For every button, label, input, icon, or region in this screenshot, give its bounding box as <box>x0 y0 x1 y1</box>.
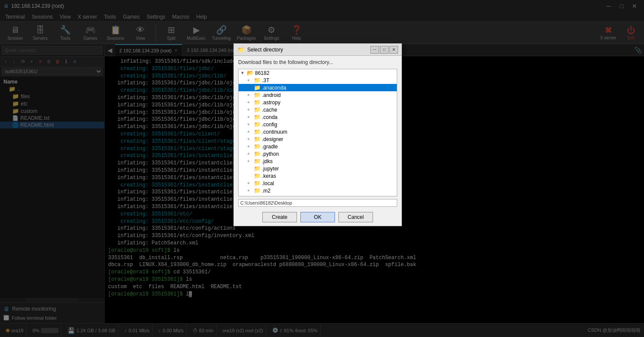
expand-icon[interactable]: + <box>247 122 252 127</box>
expand-icon[interactable]: + <box>247 159 252 164</box>
folder-icon: 📁 <box>254 106 261 113</box>
dialog-tree-item-conda[interactable]: + 📁 .conda <box>239 113 397 121</box>
folder-icon: 📂 <box>247 70 254 76</box>
dialog-item-label: .cache <box>262 107 277 113</box>
dialog-title-icon: 📁 <box>237 46 245 53</box>
dialog-item-label: .anaconda <box>262 85 286 91</box>
dialog-win-controls: ─ □ ✕ <box>370 46 398 54</box>
folder-icon: 📁 <box>254 77 261 83</box>
dialog-buttons: Create OK Cancel <box>234 209 402 226</box>
dialog-current-path: C:\Users\86182\Desktop <box>238 199 397 207</box>
folder-icon: 📁 <box>254 143 261 150</box>
dialog-tree-item-keras[interactable]: 📁 .keras <box>239 172 397 180</box>
folder-icon: 📁 <box>254 136 261 142</box>
dialog-item-label: .local <box>262 180 274 186</box>
dialog-tree-item-config[interactable]: + 📁 .config <box>239 121 397 128</box>
dialog-tree-item-astropy[interactable]: + 📁 .astropy <box>239 99 397 106</box>
expand-icon[interactable]: + <box>247 144 252 149</box>
dialog-item-label: .3T <box>262 77 269 83</box>
expand-icon[interactable]: + <box>247 93 252 97</box>
dialog-tree-item-matplotlib[interactable]: 📁 .matplotlib <box>239 194 397 196</box>
dialog-item-label: .m2 <box>262 188 271 194</box>
folder-icon: 📁 <box>254 151 261 157</box>
dialog-item-label: .jdks <box>262 158 273 164</box>
folder-icon: 📁 <box>254 128 261 135</box>
dialog-tree-item-m2[interactable]: + 📁 .m2 <box>239 187 397 194</box>
folder-icon: 📁 <box>254 173 261 179</box>
dialog-item-label: .astropy <box>262 99 281 106</box>
folder-icon: 📁 <box>254 195 261 196</box>
dialog-maximize-button[interactable]: □ <box>380 46 389 54</box>
folder-icon: 📁 <box>254 114 261 120</box>
dialog-tree-item-3t[interactable]: + 📁 .3T <box>239 77 397 84</box>
create-folder-button[interactable]: Create <box>262 212 297 222</box>
dialog-item-label: .continuum <box>262 129 287 135</box>
dialog-tree-item-root[interactable]: ▼ 📂 86182 <box>239 69 397 77</box>
dialog-tree-item-local[interactable]: + 📁 .local <box>239 180 397 187</box>
dialog-item-label: 86182 <box>255 70 269 76</box>
dialog-close-button[interactable]: ✕ <box>389 46 398 54</box>
folder-icon: 📁 <box>254 84 261 91</box>
dialog-tree-item-anaconda[interactable]: + 📁 .anaconda <box>239 84 397 91</box>
dialog-tree-item-android[interactable]: + 📁 .android <box>239 91 397 99</box>
dialog-item-label: .jupyter <box>262 166 279 172</box>
dialog-description: Download files to the following director… <box>234 56 402 69</box>
dialog-tree-item-cache[interactable]: + 📁 .cache <box>239 106 397 113</box>
expand-icon[interactable]: ▼ <box>240 71 245 75</box>
dialog-item-label: .conda <box>262 114 277 120</box>
dialog-tree-item-designer[interactable]: + 📁 .designer <box>239 135 397 143</box>
dialog-tree[interactable]: ▼ 📂 86182 + 📁 .3T + 📁 .anaconda + 📁 .and… <box>238 69 397 196</box>
folder-icon: 📁 <box>254 99 261 106</box>
expand-icon[interactable]: + <box>247 85 252 90</box>
expand-icon[interactable]: + <box>247 137 252 141</box>
dialog-minimize-button[interactable]: ─ <box>370 46 379 54</box>
dialog-item-label: .android <box>262 92 281 98</box>
cancel-button[interactable]: Cancel <box>338 212 373 222</box>
dialog-item-label: .python <box>262 151 279 157</box>
dialog-tree-item-continuum[interactable]: + 📁 .continuum <box>239 128 397 135</box>
dialog-item-label: .gradle <box>262 144 278 150</box>
dialog-item-label: .config <box>262 122 277 128</box>
folder-icon: 📁 <box>254 165 261 172</box>
dialog-tree-item-jdks[interactable]: + 📁 .jdks <box>239 157 397 165</box>
expand-icon[interactable]: + <box>247 78 252 83</box>
dialog-title: Select directory <box>247 47 370 53</box>
expand-icon[interactable]: + <box>247 129 252 134</box>
folder-icon: 📁 <box>254 180 261 186</box>
dialog-item-label: .matplotlib <box>262 195 286 197</box>
dialog-item-label: .designer <box>262 136 283 142</box>
dialog-item-label: .keras <box>262 173 276 179</box>
ok-button[interactable]: OK <box>300 212 335 222</box>
select-directory-dialog: 📁 Select directory ─ □ ✕ Download files … <box>233 43 402 226</box>
expand-icon[interactable]: + <box>247 181 252 186</box>
dialog-titlebar: 📁 Select directory ─ □ ✕ <box>234 44 402 56</box>
folder-icon: 📁 <box>254 158 261 164</box>
dialog-tree-item-python[interactable]: + 📁 .python <box>239 150 397 157</box>
dialog-tree-item-jupyter[interactable]: 📁 .jupyter <box>239 165 397 172</box>
expand-icon[interactable]: + <box>247 100 252 105</box>
folder-icon: 📁 <box>254 121 261 128</box>
expand-icon[interactable]: + <box>247 151 252 156</box>
expand-icon[interactable]: + <box>247 115 252 119</box>
dialog-tree-item-gradle[interactable]: + 📁 .gradle <box>239 143 397 150</box>
expand-icon[interactable]: + <box>247 107 252 112</box>
expand-icon[interactable]: + <box>247 188 252 193</box>
dialog-overlay: 📁 Select directory ─ □ ✕ Download files … <box>0 0 644 337</box>
folder-icon: 📁 <box>254 92 261 98</box>
folder-icon: 📁 <box>254 187 261 194</box>
